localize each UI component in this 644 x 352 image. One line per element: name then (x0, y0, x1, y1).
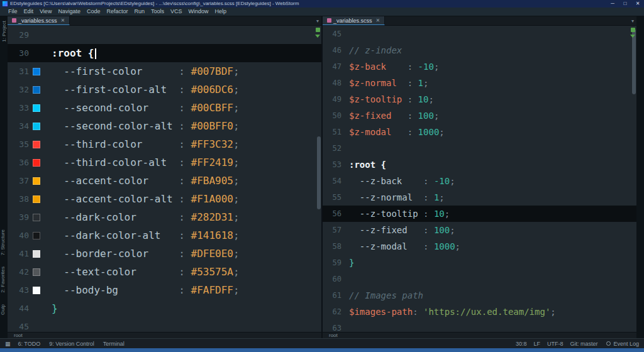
code-line-59[interactable]: 59} (323, 255, 636, 271)
line-number[interactable]: 53 (323, 160, 341, 169)
code-line-36[interactable]: 36 --third-color-alt : #FF2419; (8, 153, 321, 172)
tab-close-icon[interactable]: ✕ (61, 18, 65, 23)
code-line-42[interactable]: 42 --text-color : #53575A; (8, 263, 321, 281)
line-number[interactable]: 34 (8, 121, 29, 131)
code-line-37[interactable]: 37 --accent-color : #FBA905; (8, 172, 321, 190)
color-swatch-icon[interactable] (33, 177, 40, 185)
code-line-55[interactable]: 55 --z-normal : 1; (323, 189, 636, 206)
menu-navigate[interactable]: Navigate (55, 8, 84, 16)
code-line-39[interactable]: 39 --dark-color : #282D31; (8, 208, 321, 226)
line-number[interactable]: 47 (323, 62, 341, 71)
breadcrumb[interactable]: root (329, 333, 338, 338)
line-number[interactable]: 62 (323, 307, 341, 316)
line-number[interactable]: 39 (8, 212, 29, 222)
code-line-30[interactable]: 30:root { (8, 44, 321, 62)
code-line-41[interactable]: 41 --border-color : #DFE0E0; (8, 245, 321, 263)
code-line-49[interactable]: 49$z-tooltip : 10; (323, 91, 636, 107)
line-number[interactable]: 45 (323, 30, 341, 38)
code-line-32[interactable]: 32 --first-color-alt : #006DC6; (8, 80, 321, 99)
line-number[interactable]: 30 (8, 48, 29, 58)
editor-area-left[interactable]: 2930:root {31 --first-color : #007BDF;32… (8, 26, 321, 332)
line-number[interactable]: 54 (323, 177, 341, 185)
menu-window[interactable]: Window (186, 8, 212, 16)
line-number[interactable]: 31 (8, 67, 29, 76)
line-number[interactable]: 44 (8, 304, 29, 313)
color-swatch-icon[interactable] (33, 232, 40, 239)
code-line-44[interactable]: 44} (8, 299, 321, 317)
color-swatch-icon[interactable] (33, 195, 40, 203)
menu-help[interactable]: Help (212, 8, 230, 16)
code-line-45[interactable]: 45 (323, 26, 636, 42)
color-swatch-icon[interactable] (33, 104, 40, 112)
line-number[interactable]: 41 (8, 249, 29, 258)
line-number[interactable]: 58 (323, 242, 341, 251)
maximize-button[interactable]: □ (619, 0, 631, 8)
code-line-58[interactable]: 58 --z-modal : 1000; (323, 238, 636, 255)
tool-stub-1-project[interactable]: 1: Project (1, 16, 7, 47)
code-line-61[interactable]: 61// Images path (323, 287, 636, 304)
code-line-29[interactable]: 29 (8, 26, 321, 44)
code-line-33[interactable]: 33 --second-color : #00CBFF; (8, 99, 321, 117)
code-line-57[interactable]: 57 --z-fixed : 100; (323, 222, 636, 238)
line-number[interactable]: 43 (8, 285, 29, 295)
close-button[interactable]: ✕ (631, 0, 644, 8)
line-number[interactable]: 36 (8, 158, 29, 167)
status-utf-8[interactable]: UTF-8 (547, 341, 564, 347)
menu-vcs[interactable]: VCS (167, 8, 186, 16)
tool-stub-7-structure[interactable]: 7: Structure (0, 225, 6, 260)
code-line-51[interactable]: 51$z-modal : 1000; (323, 124, 636, 140)
status-9-version-control[interactable]: 9: Version Control (49, 341, 94, 347)
code-line-53[interactable]: 53:root { (323, 157, 636, 173)
line-number[interactable]: 37 (8, 176, 29, 185)
line-number[interactable]: 60 (323, 275, 341, 283)
editor-tab-right[interactable]: _variables.scss✕ (323, 16, 385, 25)
code-line-63[interactable]: 63 (323, 320, 636, 332)
code-line-43[interactable]: 43 --body-bg : #FAFDFF; (8, 281, 321, 299)
line-number[interactable]: 50 (323, 111, 341, 120)
editor-tab-left[interactable]: _variables.scss✕ (8, 16, 70, 25)
color-swatch-icon[interactable] (33, 123, 40, 130)
line-number[interactable]: 38 (8, 194, 29, 204)
color-swatch-icon[interactable] (33, 287, 40, 294)
code-line-62[interactable]: 62$images-path: 'https://ux.ed.team/img'… (323, 304, 636, 320)
color-swatch-icon[interactable] (33, 141, 40, 148)
code-line-54[interactable]: 54 --z-back : -10; (323, 173, 636, 189)
status-git-master[interactable]: Git: master (570, 341, 597, 347)
code-line-35[interactable]: 35 --third-color : #FF3C32; (8, 135, 321, 153)
vertical-scrollbar[interactable] (316, 26, 321, 332)
code-line-52[interactable]: 52 (323, 140, 636, 157)
menu-refactor[interactable]: Refactor (103, 8, 131, 16)
tab-list-chevron-icon[interactable]: ▾ (629, 18, 636, 24)
tab-close-icon[interactable]: ✕ (376, 18, 380, 23)
code-line-46[interactable]: 46// z-index (323, 42, 636, 58)
color-swatch-icon[interactable] (33, 68, 40, 75)
code-line-45[interactable]: 45 (8, 317, 321, 332)
line-number[interactable]: 52 (323, 144, 341, 153)
code-line-38[interactable]: 38 --accent-color-alt : #F1A000; (8, 190, 321, 208)
breadcrumb[interactable]: root (14, 333, 23, 338)
menu-edit[interactable]: Edit (21, 8, 37, 16)
line-number[interactable]: 56 (323, 209, 341, 218)
status-6-todo[interactable]: 6: TODO (18, 341, 41, 347)
line-number[interactable]: 63 (323, 324, 341, 332)
code-line-34[interactable]: 34 --second-color-alt : #00BFF0; (8, 117, 321, 135)
minimize-button[interactable]: ─ (606, 0, 619, 8)
color-swatch-icon[interactable] (33, 214, 40, 221)
line-number[interactable]: 45 (8, 322, 29, 331)
line-number[interactable]: 59 (323, 258, 341, 267)
line-number[interactable]: 57 (323, 226, 341, 234)
line-number[interactable]: 46 (323, 46, 341, 55)
color-swatch-icon[interactable] (33, 250, 40, 258)
vertical-scrollbar[interactable] (631, 26, 636, 332)
code-line-60[interactable]: 60 (323, 271, 636, 287)
code-line-40[interactable]: 40 --dark-color-alt : #141618; (8, 226, 321, 245)
code-line-47[interactable]: 47$z-back : -10; (323, 58, 636, 75)
line-number[interactable]: 61 (323, 291, 341, 300)
status-terminal[interactable]: Terminal (103, 341, 125, 347)
code-line-31[interactable]: 31 --first-color : #007BDF; (8, 62, 321, 80)
line-number[interactable]: 29 (8, 30, 29, 40)
editor-area-right[interactable]: 4546// z-index47$z-back : -10;48$z-norma… (323, 26, 636, 332)
line-number[interactable]: 33 (8, 103, 29, 113)
line-number[interactable]: 55 (323, 193, 341, 202)
menu-tools[interactable]: Tools (148, 8, 167, 16)
